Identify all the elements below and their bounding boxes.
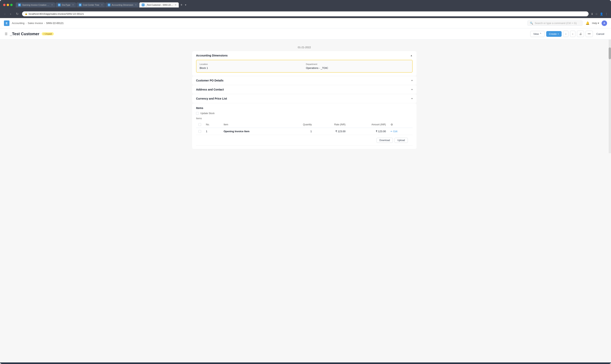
app-logo[interactable]: E (4, 20, 10, 26)
date-display: 01-21-2022 (192, 43, 416, 51)
create-chevron-icon: + (558, 32, 559, 35)
customer-po-header[interactable]: Customer PO Details ▾ (192, 76, 416, 85)
more-options-button[interactable]: ••• (586, 31, 593, 37)
maximize-button[interactable] (10, 4, 13, 6)
hamburger-icon[interactable]: ☰ (5, 32, 7, 36)
col-amount: Amount (INR) (348, 121, 388, 128)
currency-price-header[interactable]: Currency and Price List ▾ (192, 94, 416, 103)
profile-icon[interactable]: 👤 (600, 13, 603, 15)
scrollbar-track[interactable] (609, 39, 611, 153)
tabs-chevron[interactable]: ▾ (185, 3, 186, 6)
tab-icon-0: E (18, 3, 21, 6)
forward-button[interactable]: › (9, 12, 12, 16)
edit-link[interactable]: ✏ Edit (391, 130, 410, 133)
download-icon[interactable]: ⬇ (591, 13, 593, 15)
tab-accounting-dimension[interactable]: E Accounting Dimension × (105, 2, 139, 7)
page-title: _Test Customer (10, 32, 39, 36)
notification-button[interactable]: 🔔 (586, 21, 590, 25)
tab-opening-invoice[interactable]: E Opening Invoice Creation Tool × (16, 2, 55, 7)
scrollbar-thumb[interactable] (609, 47, 611, 59)
col-rate: Rate (INR) (314, 121, 348, 128)
address-contact-header[interactable]: Address and Contact ▾ (192, 85, 416, 94)
edit-label: Edit (393, 130, 398, 133)
accounting-dimensions-toggle[interactable]: ▲ (410, 54, 412, 57)
currency-price-section: Currency and Price List ▾ (192, 94, 416, 103)
status-text: Unpaid (45, 33, 52, 35)
lock-icon: 🔒 (25, 13, 27, 15)
help-label: Help (592, 22, 597, 25)
close-button[interactable] (3, 4, 5, 6)
row-amount: ₹ 123.00 (348, 128, 388, 135)
tab-close-3[interactable]: × (135, 3, 137, 6)
app-topnav: E Accounting › Sales Invoice › SINV-22-0… (0, 18, 611, 28)
upload-button[interactable]: Upload (395, 138, 408, 143)
reload-button[interactable]: ↻ (15, 12, 20, 16)
view-chevron-icon: ⌃ (540, 32, 542, 35)
col-settings: ⚙ (388, 121, 412, 128)
col-checkbox (196, 121, 203, 128)
tab-close-4[interactable]: × (175, 3, 176, 6)
row-item: Opening Invoice Item (221, 128, 286, 135)
avatar[interactable]: A (601, 20, 607, 26)
address-bar: ‹ › ↻ 🔒 localhost:8015/app/sales-invoice… (0, 10, 611, 18)
back-button[interactable]: ‹ (3, 12, 6, 16)
tab-test-customer[interactable]: E _Test Customer - SINV-22-00 × (139, 2, 179, 7)
customer-po-toggle[interactable]: ▾ (412, 79, 412, 82)
update-stock-row: Update Stock (196, 112, 412, 115)
update-stock-label: Update Stock (200, 112, 214, 115)
view-button[interactable]: View ⌃ (530, 31, 545, 37)
table-row: 1 Opening Invoice Item 1 ₹ 123.00 ₹ 123.… (196, 128, 412, 135)
search-bar[interactable]: 🔍 Search or type a command (Ctrl + G) (527, 20, 583, 26)
minimize-button[interactable] (7, 4, 9, 6)
col-item: Item (221, 121, 286, 128)
address-contact-title: Address and Contact (196, 88, 224, 91)
breadcrumb-accounting[interactable]: Accounting (12, 22, 24, 25)
tab-close-0[interactable]: × (51, 3, 53, 6)
location-label: Location (199, 63, 303, 65)
accounting-dimensions-section: Accounting Dimensions ▲ Location Block 1… (192, 51, 416, 76)
items-title: Items (196, 106, 412, 110)
address-contact-toggle[interactable]: ▾ (412, 88, 412, 91)
tab-label-0: Opening Invoice Creation Tool (22, 4, 49, 6)
breadcrumb-current: SINV-22-00121 (46, 22, 64, 25)
address-contact-section: Address and Contact ▾ (192, 85, 416, 94)
currency-price-toggle[interactable]: ▾ (412, 97, 412, 100)
help-button[interactable]: Help ▾ (592, 22, 599, 25)
cancel-button[interactable]: Cancel (595, 31, 606, 37)
items-table: No. Item Quantity Rate (INR) Amount (INR… (196, 121, 412, 146)
help-chevron-icon: ▾ (598, 22, 599, 25)
create-label: Create (549, 32, 557, 35)
currency-price-title: Currency and Price List (196, 97, 227, 100)
menu-icon[interactable]: ⋮ (605, 13, 608, 15)
breadcrumb-sales-invoice[interactable]: Sales Invoice (28, 22, 43, 25)
row-actions-row: Download Upload (196, 135, 412, 146)
breadcrumb: Accounting › Sales Invoice › SINV-22-001… (12, 22, 64, 25)
items-section: Items Update Stock Items (192, 103, 416, 149)
create-button[interactable]: Create + (546, 31, 562, 37)
select-all-checkbox[interactable] (199, 123, 201, 126)
customer-po-section: Customer PO Details ▾ (192, 76, 416, 85)
bookmark-icon[interactable]: ☆ (595, 13, 598, 15)
download-button[interactable]: Download (377, 138, 393, 143)
tab-close-2[interactable]: × (101, 3, 103, 6)
tab-icon-2: E (79, 3, 81, 6)
view-label: View (533, 32, 539, 35)
next-button[interactable]: › (570, 31, 575, 37)
table-settings-icon[interactable]: ⚙ (391, 123, 393, 126)
update-stock-checkbox[interactable] (196, 112, 199, 115)
tab-label-1: DocType (62, 4, 70, 6)
row-checkbox[interactable] (199, 130, 201, 133)
url-bar[interactable]: 🔒 localhost:8015/app/sales-invoice/SINV-… (22, 12, 589, 16)
tab-cost-center[interactable]: E Cost Center Tree × (76, 2, 105, 7)
tab-close-1[interactable]: × (72, 3, 74, 6)
row-no: 1 (203, 128, 221, 135)
tab-doctype[interactable]: E DocType × (55, 2, 76, 7)
col-quantity: Quantity (286, 121, 314, 128)
browser-actions: ⬇ ☆ 👤 ⋮ (591, 13, 608, 15)
print-button[interactable]: 🖨 (577, 31, 584, 37)
prev-button[interactable]: ‹ (563, 31, 569, 37)
accounting-dimensions-header[interactable]: Accounting Dimensions ▲ (192, 51, 416, 60)
accounting-dimensions-title: Accounting Dimensions (196, 54, 227, 57)
tab-icon-3: E (108, 3, 110, 6)
new-tab-button[interactable]: + (179, 2, 184, 7)
